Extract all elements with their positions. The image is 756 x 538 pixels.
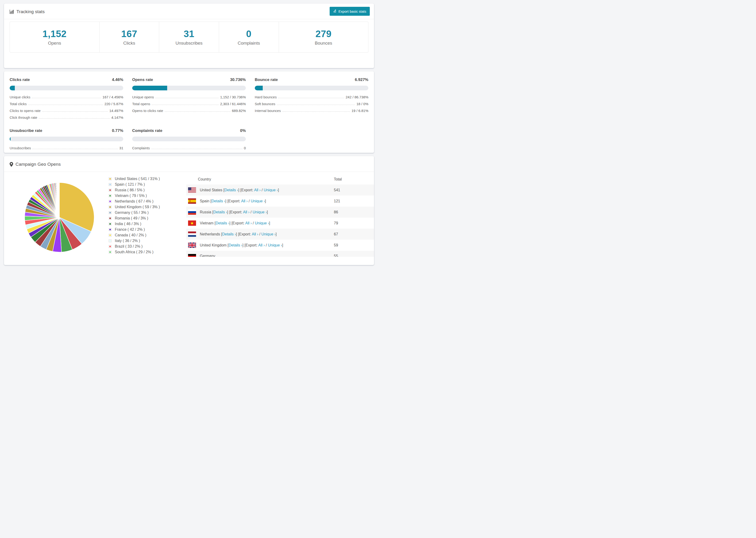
legend-item[interactable]: Spain ( 121 / 7% ) <box>109 182 186 187</box>
unsubscribe-rate-value: 0.77% <box>112 129 123 133</box>
export-unique-link[interactable]: Unique › <box>261 232 275 236</box>
total-cell: 79 <box>334 221 374 225</box>
summary-bounces: 279 Bounces <box>279 22 368 52</box>
export-all-link[interactable]: All › <box>258 243 265 247</box>
stat-row: Total opens2,303 / 61.446% <box>132 102 246 106</box>
details-link[interactable]: Details › <box>213 210 227 214</box>
bounce-rate-title: Bounce rate <box>255 78 278 82</box>
total-column-header: Total <box>334 177 374 182</box>
stat-row: Unsubscribes31 <box>10 146 123 150</box>
unsubscribe-rate-progressbar <box>10 136 123 141</box>
complaints-rate-block: Complaints rate 0% Complaints0 <box>132 129 246 150</box>
us-flag-icon <box>188 187 196 193</box>
geo-opens-card: Campaign Geo Opens United States ( 541 /… <box>4 156 374 265</box>
nl-flag-icon <box>188 232 196 237</box>
ru-flag-icon <box>188 209 196 215</box>
stat-row: Total clicks220 / 5.87% <box>10 102 123 106</box>
es-flag-icon <box>188 198 196 204</box>
legend-item[interactable]: Italy ( 36 / 2% ) <box>109 239 186 243</box>
details-link[interactable]: Details › <box>222 232 236 236</box>
bar-chart-icon <box>10 10 14 14</box>
opens-rate-block: Opens rate 30.736% Unique opens1,152 / 3… <box>132 78 246 120</box>
export-unique-link[interactable]: Unique › <box>268 243 282 247</box>
bounces-count: 279 <box>315 28 332 39</box>
export-unique-link[interactable]: Unique › <box>253 210 267 214</box>
legend-swatch <box>109 194 112 197</box>
legend-swatch <box>109 234 112 237</box>
rates-card: Clicks rate 4.46% Unique clicks167 / 4.4… <box>4 71 374 153</box>
export-all-link[interactable]: All › <box>245 221 252 225</box>
legend-item[interactable]: United States ( 541 / 31% ) <box>109 177 186 181</box>
legend-swatch <box>109 183 112 186</box>
clicks-rate-title: Clicks rate <box>10 78 30 82</box>
stat-row: Opens to clicks rate689.82% <box>132 109 246 113</box>
total-cell: 55 <box>334 254 374 257</box>
vn-flag-icon <box>188 220 196 226</box>
table-row: Spain [Details ›] [Export: All › / Uniqu… <box>186 195 374 207</box>
legend-swatch <box>109 200 112 203</box>
summary-clicks: 167 Clicks <box>99 22 159 52</box>
details-link[interactable]: Details › <box>212 199 225 203</box>
export-unique-link[interactable]: Unique › <box>264 188 278 192</box>
table-row: Russia [Details ›] [Export: All › / Uniq… <box>186 207 374 218</box>
clicks-count: 167 <box>121 28 137 39</box>
complaints-rate-progressbar <box>132 136 246 141</box>
bounce-rate-value: 6.927% <box>355 78 368 82</box>
legend-item[interactable]: Canada ( 40 / 2% ) <box>109 233 186 238</box>
legend-item[interactable]: Netherlands ( 67 / 4% ) <box>109 199 186 204</box>
stat-row: Click through rate4.147% <box>10 116 123 120</box>
legend-item[interactable]: Vietnam ( 79 / 5% ) <box>109 193 186 198</box>
complaints-count: 0 <box>246 28 251 39</box>
geo-pie-chart <box>24 182 95 252</box>
table-header-row: Country Total <box>186 174 374 185</box>
export-unique-link[interactable]: Unique › <box>251 199 265 203</box>
summary-metrics-row: 1,152 Opens 167 Clicks 31 Unsubscribes 0… <box>10 22 368 53</box>
table-row: United States [Details ›] [Export: All ›… <box>186 185 374 195</box>
clicks-rate-progressbar <box>10 86 123 90</box>
legend-item[interactable]: South Africa ( 29 / 2% ) <box>109 250 186 254</box>
legend-swatch <box>109 206 112 208</box>
export-all-link[interactable]: All › <box>254 188 261 192</box>
unsubscribes-count: 31 <box>184 28 194 39</box>
legend-swatch <box>109 240 112 242</box>
stat-row: Soft bounces18 / 0% <box>255 102 368 106</box>
legend-swatch <box>109 245 112 248</box>
summary-complaints: 0 Complaints <box>219 22 279 52</box>
legend-item[interactable]: India ( 46 / 3% ) <box>109 222 186 226</box>
geo-country-table: Country Total United States [Details ›] … <box>186 174 374 257</box>
clicks-rate-value: 4.46% <box>112 78 123 82</box>
table-row: Vietnam [Details ›] [Export: All › / Uni… <box>186 218 374 229</box>
details-link[interactable]: Details › <box>225 188 238 192</box>
de-flag-icon <box>188 254 196 257</box>
complaints-rate-title: Complaints rate <box>132 129 162 133</box>
geo-opens-title: Campaign Geo Opens <box>16 162 61 167</box>
summary-opens: 1,152 Opens <box>10 22 99 52</box>
legend-item[interactable]: Brazil ( 33 / 2% ) <box>109 244 186 249</box>
export-all-link[interactable]: All › <box>252 232 258 236</box>
opens-rate-title: Opens rate <box>132 78 153 82</box>
legend-swatch <box>109 189 112 191</box>
legend-item[interactable]: United Kingdom ( 59 / 3% ) <box>109 205 186 209</box>
details-link[interactable]: Details › <box>229 243 243 247</box>
clicks-rate-block: Clicks rate 4.46% Unique clicks167 / 4.4… <box>10 78 123 120</box>
export-basic-stats-button[interactable]: Export basic stats <box>330 7 370 16</box>
table-row: United Kingdom [Details ›] [Export: All … <box>186 240 374 251</box>
geo-legend: United States ( 541 / 31% ) Spain ( 121 … <box>109 177 186 257</box>
legend-item[interactable]: France ( 42 / 2% ) <box>109 227 186 232</box>
export-all-link[interactable]: All › <box>243 210 249 214</box>
stat-row: Hard bounces242 / 86.738% <box>255 95 368 99</box>
legend-item[interactable]: Russia ( 86 / 5% ) <box>109 188 186 192</box>
legend-item[interactable]: Romania ( 49 / 3% ) <box>109 216 186 221</box>
export-unique-link[interactable]: Unique › <box>255 221 269 225</box>
bounce-rate-block: Bounce rate 6.927% Hard bounces242 / 86.… <box>255 78 368 120</box>
legend-item[interactable]: Germany ( 55 / 3% ) <box>109 210 186 215</box>
country-column-header: Country <box>186 177 334 182</box>
details-link[interactable]: Details › <box>216 221 229 225</box>
page-title: Tracking stats <box>17 9 45 14</box>
total-cell: 541 <box>334 188 374 192</box>
table-row-partial: Germany 55 <box>186 251 374 257</box>
tracking-stats-header: Tracking stats Export basic stats <box>4 4 374 19</box>
stat-row: Complaints0 <box>132 146 246 150</box>
total-cell: 121 <box>334 199 374 203</box>
export-all-link[interactable]: All › <box>241 199 248 203</box>
